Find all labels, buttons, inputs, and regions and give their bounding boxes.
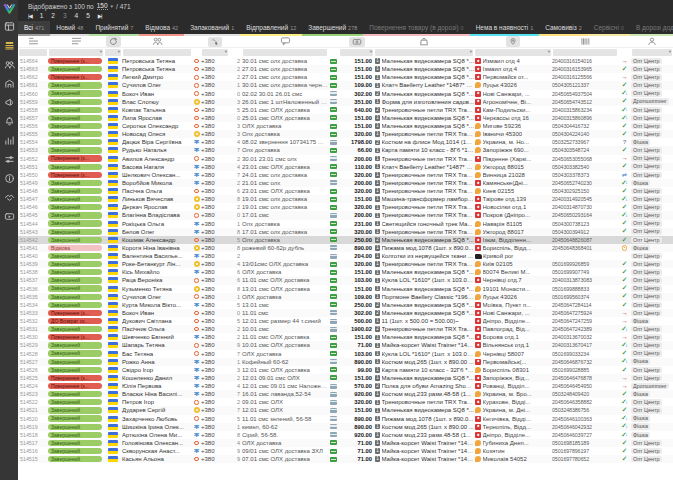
table-row[interactable]: 514527ЗавершенийРожко Анна∗+3801Кофейный… <box>18 358 673 366</box>
table-row[interactable]: 514557ЗавершенийЛила Ярослав+380025.01 с… <box>18 114 673 122</box>
header-channel-column[interactable] <box>631 37 673 46</box>
sidebar-item-settings-icon[interactable] <box>3 153 16 165</box>
table-row[interactable]: 514543ЗавершенийБелов Олег∗+380817.01 см… <box>18 228 673 236</box>
page-button-2[interactable]: 2 <box>51 12 55 19</box>
last-page-button[interactable]: ▶| <box>98 13 102 19</box>
table-row[interactable]: 514521ЗавершенийДударев Сергій+380712.01… <box>18 406 673 414</box>
page-size-select[interactable]: 150 <box>97 2 108 10</box>
filter-input-col3[interactable]: ▾ <box>105 49 121 56</box>
table-row[interactable]: 514562Повернення (з...Легкий Дмитро+3802… <box>18 73 673 81</box>
tab-Самовивіз[interactable]: Самовивіз2 <box>539 21 588 36</box>
table-row[interactable]: 514558ЗавершенийКовпак Татьяна+380525.01… <box>18 106 673 114</box>
table-row[interactable]: 514563ЗавершенийПетровська Тетяна+380227… <box>18 65 673 73</box>
header-phone-column[interactable] <box>201 37 229 47</box>
tab-Відмова[interactable]: Відмова42 <box>139 21 184 36</box>
table-row[interactable]: 514555ЗавершенийНовосад Олеся+3803Олх до… <box>18 130 673 138</box>
table-row[interactable]: 514536ЗавершенийКузьменко Тетяна+380813.… <box>18 285 673 293</box>
table-row[interactable]: 514539ЗавершенийРоке-Бетанкурт Лін...+38… <box>18 260 673 268</box>
table-row[interactable]: 514520ЗавершенийЗахарченко Любовь+380511… <box>18 415 673 423</box>
sidebar-item-dashboard-icon[interactable] <box>3 20 16 32</box>
table-row[interactable]: 514522ЗавершенийПетров Ігор+380209.01 см… <box>18 398 673 406</box>
table-row[interactable]: 514561ЗавершенийСучилов Олег+380130.01 с… <box>18 81 673 89</box>
table-row[interactable]: 514528ЗавершенийБас Тетяна+3807ОЛХ доста… <box>18 350 673 358</box>
table-row[interactable]: 514526ЗавершенийСвідро Ігор∗+380312.01 с… <box>18 366 673 374</box>
table-row[interactable]: 514560ЗавершенийБокоч Иван+380002.02 30.… <box>18 90 673 98</box>
table-row[interactable]: 514553ЗавершенийРудько Наталья∗+3807Олх … <box>18 146 673 154</box>
page-button-1[interactable]: 1 <box>40 12 44 19</box>
table-row[interactable]: 514538ЗавершенийКісь Михайло∗+3806ОЛХ до… <box>18 268 673 276</box>
sidebar-item-video-icon[interactable] <box>3 210 16 222</box>
table-row[interactable]: 514532ДО Возврат ск...Дукович Світлана+3… <box>18 317 673 325</box>
table-row[interactable]: 514546ЗавершенийДеркач Ярослав+380219.01… <box>18 203 673 211</box>
table-row[interactable]: 514518ЗавершенийАртюхіна Олена Ми...∗+38… <box>18 431 673 439</box>
filter-input-col2[interactable]: ▾ <box>49 49 103 56</box>
table-row[interactable]: 514551ЗавершенийБасова Наталя∗+380423.01… <box>18 163 673 171</box>
filter-input-col12[interactable]: ▾ <box>475 49 551 56</box>
table-row[interactable]: 514535ЗавершенийСучилов Олег+3801ОЛХ дос… <box>18 293 673 301</box>
table-row[interactable]: 514533Повернення (з...Бокоч Иван+380011.… <box>18 309 673 317</box>
tab-Новий[interactable]: Новий48 <box>50 21 89 36</box>
header-status-update-column[interactable] <box>104 36 122 47</box>
table-row[interactable]: 514530Повернення (з...Шевченко Евгений∗+… <box>18 333 673 341</box>
sidebar-item-announcements-icon[interactable] <box>3 115 16 127</box>
header-comment-column[interactable] <box>242 37 328 46</box>
tab-Нема в наявності[interactable]: Нема в наявності1 <box>470 21 540 36</box>
header-client-column[interactable] <box>122 37 192 46</box>
table-row[interactable]: 514524Повернення (з...Юлія Первова∗+3804… <box>18 382 673 390</box>
filter-input-col4[interactable] <box>123 49 191 56</box>
table-row[interactable]: 514544ЗавершенийРокіцька Ольга∗+3801Олх … <box>18 220 673 228</box>
table-row[interactable]: 514525Повернення (з...Кошеленко Данил∗+3… <box>18 374 673 382</box>
table-row[interactable]: 514556ЗавершенийСиротюк Олександр+3803ОЛ… <box>18 122 673 130</box>
sidebar-item-info-icon[interactable] <box>3 172 16 184</box>
sidebar-item-clients-icon[interactable] <box>3 58 16 70</box>
table-row[interactable]: 514552Повернення (з...Авилов Александр+3… <box>18 155 673 163</box>
table-row[interactable]: 514542ЗавершенийКошмак Александр+3805Олх… <box>18 236 673 244</box>
table-row[interactable]: 514547ЗавершенийЛиньков Вячеслав+380819.… <box>18 195 673 203</box>
filter-input-col11[interactable]: ▾ <box>375 49 473 56</box>
table-row[interactable]: 514550Повернення (з...Шелкович Олексан..… <box>18 171 673 179</box>
filter-input-col6[interactable]: ▾ <box>202 49 228 56</box>
table-row[interactable]: 514564Повернення (з...Петровська Тетяна+… <box>18 57 673 65</box>
table-row[interactable]: 514534ЗавершенийКурта Микола Вікто...∗+3… <box>18 301 673 309</box>
tab-Завершений[interactable]: Завершений278 <box>302 21 363 36</box>
table-row[interactable]: 514537ЗавершенийРаца Вероніка+380611.01 … <box>18 276 673 284</box>
table-row[interactable]: 514529ЗавершенийШапарь Тетяна+380910.01 … <box>18 341 673 349</box>
header-product-column[interactable] <box>374 37 474 46</box>
first-page-button[interactable]: |◀ <box>28 13 32 19</box>
filter-input-col1[interactable] <box>19 49 47 56</box>
table-row[interactable]: 514515ЗавершенийКасьян Альона+380907.01 … <box>18 455 673 463</box>
filter-input-col10[interactable]: ▾ <box>340 49 373 56</box>
page-button-3[interactable]: 3 <box>63 12 67 19</box>
sidebar-item-orders-icon[interactable] <box>3 39 16 51</box>
tab-В дорозі додому[interactable]: В дорозі додому0 <box>630 21 673 36</box>
page-button-5[interactable]: 5 <box>86 12 90 19</box>
table-row[interactable]: 514559ЗавершенийВлас Слотюу+380326.01 см… <box>18 98 673 106</box>
tab-Запакований[interactable]: Запакований1 <box>184 21 240 36</box>
page-button-4[interactable]: 4 <box>75 12 79 19</box>
header-payment-column[interactable] <box>339 37 374 47</box>
filter-input-col8[interactable] <box>243 49 327 56</box>
tab-Сервісні[interactable]: Сервісні0 <box>588 21 630 36</box>
table-row[interactable]: 514531ЗавершенийПасічник Ольга+380210.01… <box>18 325 673 333</box>
header-status-column[interactable] <box>48 37 104 46</box>
table-row[interactable]: 514548ЗавершенийПасічна Ольга+380623.01 … <box>18 187 673 195</box>
app-logo-icon[interactable] <box>3 2 16 14</box>
sidebar-item-company-icon[interactable] <box>3 77 16 89</box>
sidebar-item-partners-icon[interactable] <box>3 191 16 203</box>
tab-Відправлений[interactable]: Відправлений12 <box>240 21 302 36</box>
sidebar-item-stats-icon[interactable] <box>3 134 16 146</box>
table-row[interactable]: 514519ЗавершенийШишкіна Ірина Олек...∗+3… <box>18 423 673 431</box>
filter-input-col15[interactable]: ▾ <box>632 49 672 56</box>
table-row[interactable]: 514554ЗавершенийДацюк Віра Сергіївна∗+38… <box>18 138 673 146</box>
table-row[interactable]: 514545ЗавершенийБлагінна Владіслава+3800… <box>18 211 673 219</box>
table-row[interactable]: 514523ЗавершенийВласюк Ніна Василі...∗+3… <box>18 390 673 398</box>
header-id-column[interactable] <box>18 37 48 46</box>
sidebar-item-promo-icon[interactable] <box>3 96 16 108</box>
table-row[interactable]: 514541ВідмоваКоротя Ніна Іванівна+3808ро… <box>18 244 673 252</box>
tab-Повернення товару (в дорозі)[interactable]: Повернення товару (в дорозі)0 <box>363 21 469 36</box>
table-row[interactable]: 514517ЗавершенийГоловінова Олексан...+38… <box>18 439 673 447</box>
tab-Всі[interactable]: Всі471 <box>18 21 50 36</box>
tab-Прийнятий[interactable]: Прийнятий7 <box>89 21 139 36</box>
filter-input-col13[interactable] <box>553 49 617 56</box>
header-delivery-column[interactable] <box>474 36 552 47</box>
